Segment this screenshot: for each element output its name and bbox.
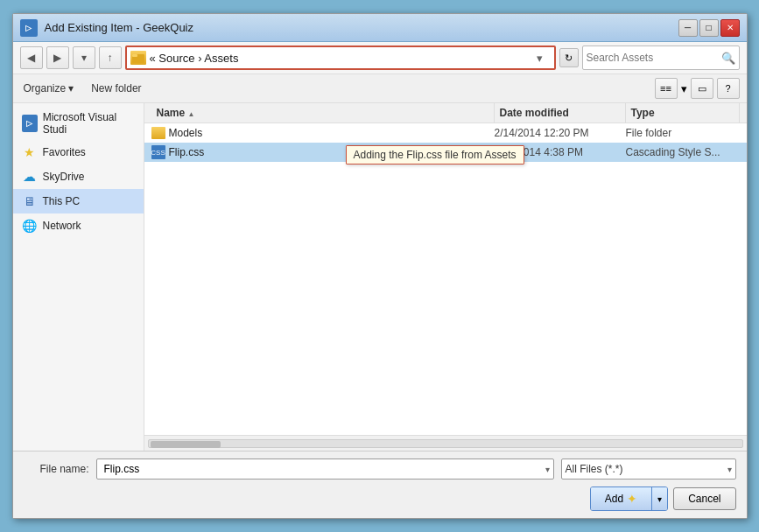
help-button[interactable]: ? [717,78,740,99]
folder-icon [151,127,165,139]
svg-rect-1 [132,54,137,57]
button-row: Add ✦ ▾ Cancel [24,485,736,511]
search-input[interactable] [587,52,721,64]
add-button[interactable]: Add ✦ [591,487,652,510]
file-type: File folder [626,127,740,139]
file-header: Name ▲ Date modified Type [144,103,747,123]
sidebar-item-network-label: Network [43,220,81,232]
pc-icon: 🖥 [22,193,38,209]
filename-row: File name: ▾ All Files (*.*) ▾ [24,458,736,480]
filename-label: File name: [24,463,89,475]
toolbar2-right: ≡≡ ▾ ▭ ? [655,78,740,99]
dialog-title: Add Existing Item - GeekQuiz [45,21,194,34]
pane-button[interactable]: ▭ [691,78,713,99]
col-name-header[interactable]: Name ▲ [151,103,495,122]
scrollbar-thumb[interactable] [151,441,221,448]
dropdown-nav-button[interactable]: ▾ [73,46,95,69]
new-folder-button[interactable]: New folder [88,80,144,96]
sidebar: ▷ Microsoft Visual Studi ★ Favorites ☁ S… [13,103,144,451]
add-button-label: Add [605,493,623,505]
view-dropdown-icon[interactable]: ▾ [681,82,687,95]
sidebar-item-vs-label: Microsoft Visual Studi [43,111,135,136]
up-button[interactable]: ↑ [99,46,122,69]
bottom-bar: File name: ▾ All Files (*.*) ▾ Add ✦ ▾ C… [13,451,747,518]
col-type-header[interactable]: Type [626,103,740,122]
refresh-button[interactable]: ↻ [559,48,579,67]
close-button[interactable]: ✕ [720,19,740,37]
scrollbar-track[interactable] [148,439,743,448]
file-name: Models [151,127,495,139]
title-bar: ▷ Add Existing Item - GeekQuiz ─ □ ✕ [13,14,747,42]
minimize-button[interactable]: ─ [678,19,698,37]
search-icon: 🔍 [721,52,735,65]
filename-dropdown-icon[interactable]: ▾ [545,465,550,474]
maximize-button[interactable]: □ [699,19,719,37]
horizontal-scrollbar[interactable] [144,435,747,451]
filetype-value: All Files (*.*) [566,463,727,475]
tooltip: Adding the Flip.css file from Assets [346,145,524,164]
cloud-icon: ☁ [22,169,38,185]
sidebar-item-this-pc[interactable]: 🖥 This PC [13,189,144,214]
sidebar-item-favorites-label: Favorites [43,146,86,158]
secondary-toolbar: Organize ▾ New folder ≡≡ ▾ ▭ ? [13,74,747,103]
cancel-button[interactable]: Cancel [673,487,735,510]
address-path: « Source › Assets [150,52,533,65]
address-toolbar: ◀ ▶ ▾ ↑ « Source › Assets ▾ ↻ 🔍 [13,42,747,74]
search-bar[interactable]: 🔍 [582,46,740,70]
file-date: 2/14/2014 12:20 PM [495,127,626,139]
address-bar[interactable]: « Source › Assets ▾ [125,46,556,70]
dialog: ▷ Add Existing Item - GeekQuiz ─ □ ✕ ◀ ▶… [12,13,748,519]
address-dropdown-arrow[interactable]: ▾ [537,52,551,65]
app-icon: ▷ [20,19,38,37]
star-icon: ★ [22,144,38,160]
organize-arrow-icon: ▾ [68,82,74,94]
main-content: ▷ Microsoft Visual Studi ★ Favorites ☁ S… [13,103,747,451]
file-area: Name ▲ Date modified Type Models 2/14 [144,103,747,451]
file-type: Cascading Style S... [626,146,740,158]
add-dropdown-arrow-icon: ▾ [657,494,662,504]
organize-button[interactable]: Organize ▾ [20,80,78,96]
new-folder-label: New folder [91,82,141,94]
filename-input[interactable] [101,458,545,480]
view-button[interactable]: ≡≡ [655,78,678,99]
address-folder-icon [130,51,146,65]
organize-label: Organize [24,82,67,94]
css-file-icon: CSS [151,145,165,159]
sidebar-item-network[interactable]: 🌐 Network [13,214,144,238]
forward-button[interactable]: ▶ [46,46,69,69]
sort-arrow-icon: ▲ [188,110,195,118]
sidebar-item-skydrive-label: SkyDrive [43,171,85,183]
sidebar-item-pc-label: This PC [43,195,81,207]
tooltip-text: Adding the Flip.css file from Assets [354,149,517,161]
file-list: Models 2/14/2014 12:20 PM File folder CS… [144,123,747,435]
sidebar-item-skydrive[interactable]: ☁ SkyDrive [13,164,144,189]
network-icon: 🌐 [22,218,38,234]
add-star-decoration: ✦ [627,492,637,506]
col-date-header[interactable]: Date modified [495,103,626,122]
title-bar-left: ▷ Add Existing Item - GeekQuiz [20,19,194,37]
vs-icon: ▷ [22,115,38,132]
add-dropdown-button[interactable]: ▾ [652,487,667,510]
sidebar-item-favorites[interactable]: ★ Favorites [13,140,144,164]
sidebar-item-visual-studio[interactable]: ▷ Microsoft Visual Studi [13,107,144,140]
back-button[interactable]: ◀ [20,46,43,69]
title-buttons: ─ □ ✕ [678,19,740,37]
table-row[interactable]: Models 2/14/2014 12:20 PM File folder [144,123,747,143]
filetype-dropdown-icon[interactable]: ▾ [727,465,732,474]
